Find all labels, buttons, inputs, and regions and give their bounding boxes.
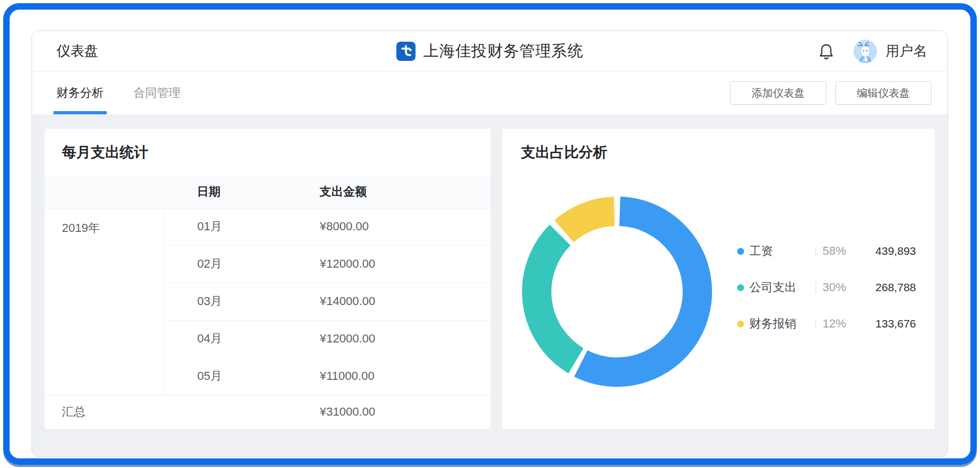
legend-dot-icon bbox=[737, 284, 744, 291]
legend-percent: 30% bbox=[823, 280, 858, 294]
donut-chart bbox=[516, 190, 718, 393]
app-window: 仪表盘 上海佳投财务管理系统 bbox=[31, 30, 948, 457]
amount-cell: ¥11000.00 bbox=[286, 357, 491, 395]
month-cell: 02月 bbox=[163, 245, 286, 283]
amount-cell: ¥12000.00 bbox=[286, 245, 491, 283]
amount-cell: ¥12000.00 bbox=[286, 320, 491, 357]
chart-legend: 工资58%439,893公司支出30%268,788财务报销12%133,676 bbox=[737, 244, 916, 353]
month-cell: 01月 bbox=[163, 208, 286, 245]
year-column-header bbox=[45, 176, 163, 208]
amount-column-header: 支出金额 bbox=[286, 176, 491, 208]
donut-segment-公司支出 bbox=[537, 235, 576, 361]
monthly-expense-title: 每月支出统计 bbox=[45, 129, 491, 176]
edit-dashboard-button[interactable]: 编辑仪表盘 bbox=[835, 81, 931, 105]
legend-separator bbox=[816, 318, 816, 329]
month-cell: 04月 bbox=[163, 320, 286, 357]
donut-segment-工资 bbox=[581, 212, 697, 372]
amount-cell: ¥8000.00 bbox=[286, 208, 491, 245]
add-dashboard-button[interactable]: 添加仪表盘 bbox=[730, 81, 826, 105]
legend-item-财务报销: 财务报销12%133,676 bbox=[737, 316, 916, 331]
legend-value: 268,788 bbox=[875, 281, 916, 294]
legend-value: 133,676 bbox=[875, 317, 916, 330]
tab-bar: 财务分析 合同管理 添加仪表盘 编辑仪表盘 bbox=[32, 72, 947, 114]
deer-avatar-icon[interactable] bbox=[853, 40, 877, 63]
monthly-expense-table: 日期 支出金额 2019年01月¥8000.0002月¥12000.0003月¥… bbox=[45, 176, 491, 429]
legend-percent: 58% bbox=[823, 244, 858, 258]
total-label: 汇总 bbox=[45, 395, 163, 429]
legend-separator bbox=[816, 246, 816, 256]
brand: 上海佳投财务管理系统 bbox=[396, 31, 583, 71]
dashboard-actions: 添加仪表盘 编辑仪表盘 bbox=[730, 81, 931, 105]
page-title: 仪表盘 bbox=[57, 42, 98, 60]
app-header: 仪表盘 上海佳投财务管理系统 bbox=[32, 31, 947, 72]
expense-ratio-title: 支出占比分析 bbox=[502, 129, 935, 176]
total-spacer bbox=[163, 395, 286, 429]
month-cell: 05月 bbox=[163, 357, 286, 395]
legend-value: 439,893 bbox=[875, 245, 916, 258]
total-row: 汇总¥31000.00 bbox=[45, 395, 491, 429]
dashboard-content: 每月支出统计 日期 支出金额 2019年01月¥8000.0002月¥12000… bbox=[32, 114, 947, 457]
table-header-row: 日期 支出金额 bbox=[45, 176, 491, 208]
legend-separator bbox=[816, 282, 816, 293]
legend-label: 财务报销 bbox=[749, 316, 816, 332]
legend-label: 工资 bbox=[749, 243, 816, 259]
amount-cell: ¥14000.00 bbox=[286, 283, 491, 320]
legend-item-公司支出: 公司支出30%268,788 bbox=[737, 280, 916, 295]
expense-row-01月: 2019年01月¥8000.00 bbox=[45, 208, 491, 245]
date-column-header: 日期 bbox=[163, 176, 286, 208]
legend-item-工资: 工资58%439,893 bbox=[737, 244, 916, 259]
app-title: 上海佳投财务管理系统 bbox=[423, 41, 583, 62]
expense-table-body: 2019年01月¥8000.0002月¥12000.0003月¥14000.00… bbox=[45, 208, 491, 429]
tab-contract-management[interactable]: 合同管理 bbox=[133, 72, 180, 114]
monthly-expense-card: 每月支出统计 日期 支出金额 2019年01月¥8000.0002月¥12000… bbox=[45, 129, 491, 429]
user-name[interactable]: 用户名 bbox=[886, 42, 927, 60]
bell-icon[interactable] bbox=[817, 42, 835, 60]
tab-finance-analysis[interactable]: 财务分析 bbox=[57, 72, 104, 114]
year-cell: 2019年 bbox=[45, 208, 163, 395]
total-value: ¥31000.00 bbox=[286, 395, 491, 429]
header-right: 用户名 bbox=[817, 40, 947, 63]
legend-percent: 12% bbox=[823, 317, 858, 331]
legend-dot-icon bbox=[737, 321, 744, 327]
donut-segment-财务报销 bbox=[564, 212, 614, 231]
legend-label: 公司支出 bbox=[749, 279, 816, 295]
expense-ratio-card: 支出占比分析 工资58%439,893公司支出30%268,788财务报销12%… bbox=[502, 129, 935, 429]
legend-dot-icon bbox=[737, 248, 744, 255]
month-cell: 03月 bbox=[163, 283, 286, 320]
app-logo-icon bbox=[396, 42, 415, 61]
